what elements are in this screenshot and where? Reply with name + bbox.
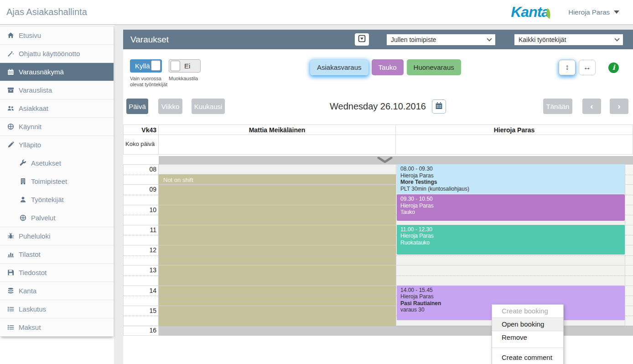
sidebar-item-asiakkaat[interactable]: Asiakkaat <box>0 99 114 117</box>
column-hieroja[interactable]: 08.00 - 09.30Hieroja ParasMore TestingsP… <box>396 164 625 326</box>
allday-label: Koko päivä <box>123 135 159 155</box>
legend-tauko[interactable]: Tauko <box>372 59 404 75</box>
sidebar-item-asetukset[interactable]: Asetukset <box>0 154 114 172</box>
collapse-panel-button[interactable] <box>355 33 369 46</box>
sidebar-item-kanta[interactable]: Kanta <box>0 281 114 300</box>
sidebar-item-etusivu[interactable]: Etusivu <box>0 26 114 44</box>
sidebar-item-label: Kanta <box>19 287 36 295</box>
month-view-button[interactable]: Kuukausi <box>192 99 225 114</box>
sidebar-item-puheluloki[interactable]: Puheluloki <box>0 227 114 245</box>
allday-cell-hieroja[interactable] <box>396 135 633 155</box>
staff-select[interactable]: Kaikki työntekijät <box>514 34 623 45</box>
week-view-button[interactable]: Viikko <box>158 99 182 114</box>
menu-item-create-comment[interactable]: Create comment <box>492 348 563 364</box>
user-menu[interactable]: Hieroja Paras <box>568 8 619 16</box>
topbar: Ajas Asiakashallinta Kanta Hieroja Paras <box>0 0 633 25</box>
context-menu: Create bookingOpen bookingRemoveCreate c… <box>492 304 564 364</box>
hour-label: 08 <box>149 166 156 173</box>
chevron-down-icon <box>377 157 393 164</box>
sidebar-item-tiedostot[interactable]: Tiedostot <box>0 263 114 281</box>
filter-bar: Kyllä Vain vuorossa olevat työntekijät E… <box>123 49 633 97</box>
chevron-left-icon: ‹ <box>590 101 593 111</box>
hour-label: 15 <box>149 307 156 314</box>
floppy-icon <box>6 269 15 276</box>
office-select[interactable]: Jullen toimipiste <box>387 34 495 45</box>
column-mattia[interactable]: Not on shift <box>159 164 396 326</box>
sidebar-item-label: Ohjattu käyttöönotto <box>19 50 80 57</box>
sidebar-item-label: Käynnit <box>19 123 42 130</box>
sidebar-item-label: Työntekijät <box>31 196 64 203</box>
event-ruokatauko[interactable]: 11.00 - 12.30Hieroja ParasRuokatauko <box>397 225 625 255</box>
prev-day-button[interactable]: ‹ <box>582 99 601 114</box>
info-icon[interactable]: i <box>608 62 619 73</box>
event-more-testings[interactable]: 08.00 - 09.30Hieroja ParasMore TestingsP… <box>397 164 625 194</box>
sidebar-item-varauslista[interactable]: Varauslista <box>0 81 114 99</box>
calendar-controls: ↕ ↔ i <box>559 60 619 75</box>
toggle-knob <box>151 60 161 71</box>
sidebar-item-label: Maksut <box>19 323 41 331</box>
sidebar-item-label: Toimipisteet <box>31 177 67 185</box>
day-view-button[interactable]: Päivä <box>126 99 148 114</box>
legend-huonevaraus[interactable]: Huonevaraus <box>407 59 461 75</box>
hour-label: 14 <box>149 287 156 294</box>
sidebar-item-palvelut[interactable]: Palvelut <box>0 208 114 227</box>
collapse-earlier-hours-bar[interactable] <box>159 156 633 164</box>
last-hour-label: 16 <box>123 326 159 336</box>
legend-asiakasvaraus[interactable]: Asiakasvaraus <box>310 59 368 75</box>
allday-cell-mattia[interactable] <box>159 135 396 155</box>
view-bar: Päivä Viikko Kuukausi Wednesday 26.10.20… <box>123 97 633 125</box>
horizontal-resize-button[interactable]: ↔ <box>579 60 596 75</box>
sidebar-item-toimipisteet[interactable]: Toimipisteet <box>0 172 114 190</box>
next-day-button[interactable]: › <box>610 99 628 114</box>
sidebar-item-label: Varausnäkymä <box>19 68 64 76</box>
hour-label: 10 <box>149 206 156 213</box>
user-name: Hieroja Paras <box>568 8 610 16</box>
menu-item-remove[interactable]: Remove <box>492 331 563 344</box>
building-icon <box>18 178 27 185</box>
arrows-vertical-icon: ↕ <box>565 63 569 72</box>
toggle-knob <box>171 61 180 71</box>
today-button[interactable]: Tänään <box>543 99 572 114</box>
sidebar-item-label: Tilastot <box>19 250 41 258</box>
time-column: 0809101112131415 <box>123 164 159 326</box>
event-tauko[interactable]: 09.30 - 10.50Hieroja ParasTauko <box>397 194 625 221</box>
sidebar-item-label: Asiakkaat <box>19 104 48 112</box>
edit-mode-toggle-label: Muokkaustila <box>169 76 201 82</box>
pencil-icon <box>6 141 15 148</box>
magic-wand-icon <box>6 50 15 57</box>
bug-icon <box>6 233 15 239</box>
sidebar-item-ty-ntekij-t[interactable]: Työntekijät <box>0 190 114 208</box>
hour-label: 12 <box>149 246 156 254</box>
on-shift-toggle[interactable]: Kyllä <box>130 59 162 73</box>
sidebar-item-ohjattu-k-ytt-notto[interactable]: Ohjattu käyttöönotto <box>0 44 114 62</box>
edit-mode-toggle[interactable]: Ei <box>169 59 201 73</box>
list-icon <box>6 306 15 312</box>
chevron-down-icon <box>487 36 492 41</box>
user-icon <box>18 196 27 203</box>
calendar-icon <box>435 102 443 111</box>
wrench-icon <box>18 160 27 166</box>
column-header-mattia: Mattia Meikäläinen <box>159 125 396 135</box>
bar-chart-icon <box>6 251 15 258</box>
menu-item-open-booking[interactable]: Open booking <box>492 317 563 331</box>
sidebar-item-varausn-kym[interactable]: Varausnäkymä <box>0 62 114 81</box>
legend-group: AsiakasvarausTaukoHuonevaraus <box>310 59 464 75</box>
arrows-horizontal-icon: ↔ <box>583 63 591 72</box>
vertical-resize-button[interactable]: ↕ <box>559 60 576 75</box>
sidebar-item-label: Puheluloki <box>19 232 50 240</box>
sidebar-item-maksut[interactable]: Maksut <box>0 318 114 336</box>
sidebar-item-k-ynnit[interactable]: Käynnit <box>0 117 114 135</box>
sidebar-item-yll-pito[interactable]: Ylläpito <box>0 135 114 154</box>
sidebar-item-label: Laskutus <box>19 305 46 313</box>
column-header-hieroja: Hieroja Paras <box>396 125 633 135</box>
sidebar-item-tilastot[interactable]: Tilastot <box>0 245 114 263</box>
database-icon <box>6 287 15 294</box>
sidebar-item-laskutus[interactable]: Laskutus <box>0 300 114 318</box>
sidebar: EtusivuOhjattu käyttöönottoVarausnäkymäV… <box>0 26 114 337</box>
hour-label: 13 <box>149 266 156 274</box>
menu-item-create-booking: Create booking <box>492 305 563 317</box>
date-picker-button[interactable] <box>432 99 446 114</box>
list-icon <box>6 324 15 331</box>
sidebar-item-label: Varauslista <box>19 86 52 94</box>
hour-label: 11 <box>150 226 156 234</box>
